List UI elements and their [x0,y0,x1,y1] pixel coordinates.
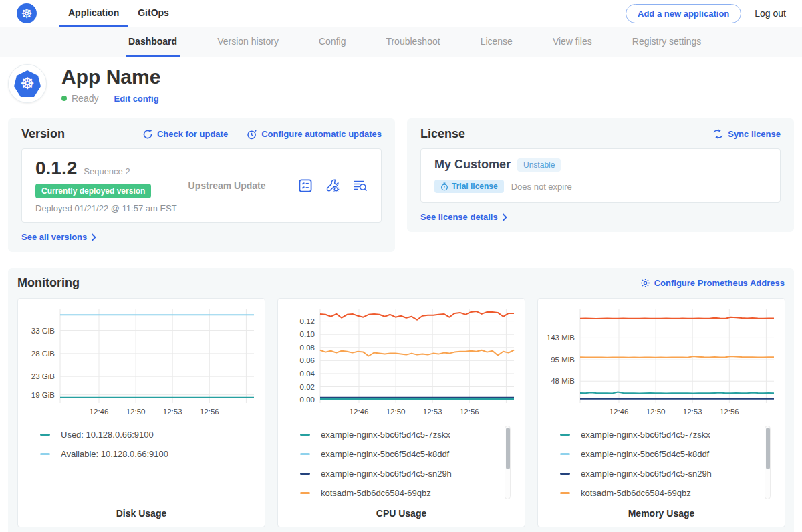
legend-swatch [560,434,570,436]
top-nav: ☸ ApplicationGitOps Add a new applicatio… [0,0,802,27]
tab-version-history[interactable]: Version history [215,27,281,57]
license-box: My Customer Unstable Trial license Does … [420,148,781,203]
status-badge: Ready [72,93,98,104]
svg-text:28 GiB: 28 GiB [31,350,55,358]
svg-text:0.00: 0.00 [300,396,315,404]
divider [106,94,106,104]
svg-text:12:53: 12:53 [423,408,442,416]
svg-text:19 GiB: 19 GiB [31,391,55,399]
legend-item: Available: 10.128.0.66:9100 [25,444,257,464]
svg-text:12:56: 12:56 [720,408,739,416]
app-sub-nav: DashboardVersion historyConfigTroublesho… [0,27,802,57]
deploy-logs-button[interactable] [352,179,368,192]
sync-license-link[interactable]: Sync license [712,129,781,139]
license-expiry: Does not expire [511,182,572,192]
currently-deployed-badge: Currently deployed version [35,184,151,198]
svg-text:12:50: 12:50 [126,408,146,416]
wrench-gear-icon [325,178,340,193]
legend-label: example-nginx-5bc6f5d4c5-sn29h [321,469,452,479]
chart-cpu-usage: 0.120.100.080.060.040.020.0012:4612:5012… [277,298,525,527]
chart-title: Memory Usage [545,508,777,519]
svg-text:12:50: 12:50 [386,408,406,416]
legend-item: example-nginx-5bc6f5d4c5-7zskx [285,425,517,444]
logs-search-icon [352,179,368,192]
legend-scrollbar-thumb[interactable] [506,428,510,469]
svg-text:12:56: 12:56 [460,408,479,416]
app-avatar: ☸ [8,64,47,103]
topnav-tab-application[interactable]: Application [59,0,128,27]
tab-troubleshoot[interactable]: Troubleshoot [383,27,442,57]
legend-label: Used: 10.128.0.66:9100 [61,430,154,440]
svg-text:0.04: 0.04 [300,370,315,378]
edit-config-link[interactable]: Edit config [114,94,158,104]
svg-text:0.02: 0.02 [300,383,315,391]
trial-license-badge: Trial license [434,180,504,193]
app-header: ☸ App Name Ready Edit config [0,57,802,113]
version-source-label: Upstream Update [188,180,266,191]
svg-text:23 GiB: 23 GiB [31,372,55,380]
version-card: Version Check for update Configure autom… [8,118,395,252]
tab-config[interactable]: Config [316,27,348,57]
svg-text:0.10: 0.10 [300,330,315,338]
svg-text:12:56: 12:56 [200,408,219,416]
legend-item: example-nginx-5bc6f5d4c5-k8ddf [545,444,777,464]
see-all-versions-link[interactable]: See all versions [21,232,96,242]
legend-label: example-nginx-5bc6f5d4c5-k8ddf [581,449,709,459]
svg-text:33 GiB: 33 GiB [31,327,55,335]
legend-scrollbar-thumb[interactable] [766,428,770,469]
legend-label: example-nginx-5bc6f5d4c5-7zskx [581,430,710,440]
svg-text:0.06: 0.06 [300,356,315,364]
legend-label: kotsadm-5db6dc6584-69qbz [581,488,691,498]
configure-automatic-updates-link[interactable]: Configure automatic updates [247,129,382,140]
page-title: App Name [61,65,160,88]
legend-label: kotsadm-5db6dc6584-69qbz [321,488,431,498]
svg-text:12:53: 12:53 [683,408,702,416]
edit-config-button[interactable] [325,178,340,193]
disk-usage-plot: 33 GiB28 GiB23 GiB19 GiB12:4612:5012:531… [25,305,258,418]
checklist-icon [298,178,313,193]
channel-badge: Unstable [517,158,561,172]
chart-title: CPU Usage [285,508,517,519]
chevron-right-icon [91,233,96,241]
version-number: 0.1.2 [35,158,77,179]
see-license-details-link[interactable]: See license details [420,212,507,222]
tab-dashboard[interactable]: Dashboard [126,27,180,57]
sync-icon [712,129,724,139]
legend-label: example-nginx-5bc6f5d4c5-sn29h [581,469,712,479]
legend-item: kotsadm-5db6dc6584-69qbz [285,483,517,503]
disk-usage-legend: Used: 10.128.0.66:9100Available: 10.128.… [25,424,257,503]
legend-item: example-nginx-5bc6f5d4c5-7zskx [545,425,777,444]
legend-scrollbar[interactable] [765,426,771,499]
monitoring-card: Monitoring Configure Prometheus Address … [8,268,794,532]
chart-disk-usage: 33 GiB28 GiB23 GiB19 GiB12:4612:5012:531… [17,298,265,527]
legend-scrollbar[interactable] [505,426,511,499]
legend-swatch [300,434,310,436]
license-card: License Sync license My Customer Unstabl… [407,118,794,232]
version-card-title: Version [21,127,65,141]
deployed-timestamp: Deployed 01/21/22 @ 11:57 am EST [35,203,188,213]
svg-text:143 MiB: 143 MiB [547,334,575,342]
add-application-button[interactable]: Add a new application [626,4,741,23]
cpu-usage-legend: example-nginx-5bc6f5d4c5-7zskxexample-ng… [285,424,517,503]
kubernetes-app-icon: ☸ [14,70,41,97]
legend-swatch [560,473,570,475]
legend-item: example-nginx-5bc6f5d4c5-sn29h [545,464,777,483]
legend-item: example-nginx-5bc6f5d4c5-sn29h [285,464,517,483]
legend-swatch [40,453,50,455]
preflight-checks-button[interactable] [298,178,313,193]
configure-prometheus-link[interactable]: Configure Prometheus Address [640,278,785,288]
svg-text:12:50: 12:50 [646,408,666,416]
svg-text:95 MiB: 95 MiB [551,356,575,364]
tab-license[interactable]: License [478,27,515,57]
memory-usage-plot: 143 MiB95 MiB48 MiB12:4612:5012:5312:56 [545,305,778,418]
logout-button[interactable]: Log out [755,8,786,19]
stopwatch-icon [440,182,448,191]
svg-text:12:46: 12:46 [350,408,369,416]
tab-registry-settings[interactable]: Registry settings [630,27,704,57]
topnav-tab-gitops[interactable]: GitOps [128,0,178,27]
tab-view-files[interactable]: View files [550,27,595,57]
current-version-box: 0.1.2 Sequence 2 Currently deployed vers… [21,148,382,223]
chart-title: Disk Usage [25,508,257,519]
legend-label: example-nginx-5bc6f5d4c5-7zskx [321,430,450,440]
check-for-update-link[interactable]: Check for update [142,129,228,140]
